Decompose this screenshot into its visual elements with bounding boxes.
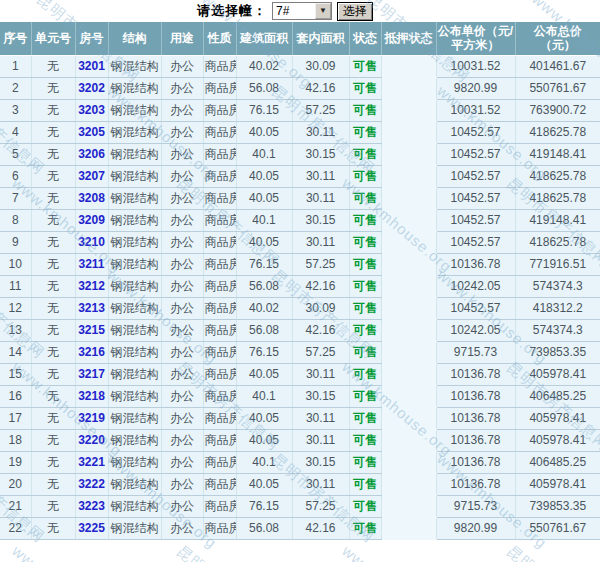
room-number-link[interactable]: 3217 xyxy=(78,367,105,381)
cell-room[interactable]: 3203 xyxy=(75,99,108,121)
cell-usage: 办公 xyxy=(161,473,203,495)
cell-room[interactable]: 3206 xyxy=(75,143,108,165)
cell-status: 可售 xyxy=(349,55,381,77)
room-number-link[interactable]: 3203 xyxy=(78,103,105,117)
cell-seq: 1 xyxy=(0,55,31,77)
cell-room[interactable]: 3223 xyxy=(75,495,108,517)
status-label: 可售 xyxy=(353,235,377,249)
cell-unit: 无 xyxy=(31,99,75,121)
cell-unit_price: 10452.57 xyxy=(436,231,515,253)
room-number-link[interactable]: 3223 xyxy=(78,499,105,513)
cell-structure: 钢混结构 xyxy=(108,407,161,429)
cell-room[interactable]: 3216 xyxy=(75,341,108,363)
cell-room[interactable]: 3217 xyxy=(75,363,108,385)
cell-room[interactable]: 3215 xyxy=(75,319,108,341)
cell-unit_price: 10136.78 xyxy=(436,473,515,495)
room-number-link[interactable]: 3215 xyxy=(78,323,105,337)
cell-room[interactable]: 3219 xyxy=(75,407,108,429)
column-header-status: 状态 xyxy=(349,22,381,55)
cell-seq: 19 xyxy=(0,451,31,473)
room-number-link[interactable]: 3212 xyxy=(78,279,105,293)
cell-room[interactable]: 3207 xyxy=(75,165,108,187)
status-label: 可售 xyxy=(353,81,377,95)
status-label: 可售 xyxy=(353,191,377,205)
cell-total_price: 406485.25 xyxy=(515,451,600,473)
choose-button[interactable]: 选择 xyxy=(337,2,373,21)
cell-room[interactable]: 3221 xyxy=(75,451,108,473)
cell-nature: 商品房 xyxy=(203,275,236,297)
cell-room[interactable]: 3209 xyxy=(75,209,108,231)
room-number-link[interactable]: 3210 xyxy=(78,235,105,249)
cell-total_price: 550761.67 xyxy=(515,517,600,539)
status-label: 可售 xyxy=(353,367,377,381)
room-number-link[interactable]: 3221 xyxy=(78,455,105,469)
room-number-link[interactable]: 3218 xyxy=(78,389,105,403)
status-label: 可售 xyxy=(353,103,377,117)
room-number-link[interactable]: 3225 xyxy=(78,521,105,535)
room-number-link[interactable]: 3205 xyxy=(78,125,105,139)
status-label: 可售 xyxy=(353,213,377,227)
room-number-link[interactable]: 3201 xyxy=(78,59,105,73)
building-select[interactable]: 7# ▼ xyxy=(272,2,332,20)
cell-total_price: 419148.41 xyxy=(515,143,600,165)
cell-total_price: 418625.78 xyxy=(515,121,600,143)
cell-unit_price: 9715.73 xyxy=(436,495,515,517)
room-number-link[interactable]: 3211 xyxy=(78,257,104,271)
cell-seq: 9 xyxy=(0,231,31,253)
cell-build_area: 40.05 xyxy=(236,363,292,385)
cell-seq: 13 xyxy=(0,319,31,341)
cell-inner_area: 30.11 xyxy=(292,187,349,209)
room-number-link[interactable]: 3216 xyxy=(78,345,105,359)
cell-usage: 办公 xyxy=(161,99,203,121)
cell-inner_area: 57.25 xyxy=(292,341,349,363)
room-number-link[interactable]: 3220 xyxy=(78,433,105,447)
cell-nature: 商品房 xyxy=(203,99,236,121)
table-row: 21无3223钢混结构办公商品房76.1557.25可售9715.7373985… xyxy=(0,495,600,517)
cell-nature: 商品房 xyxy=(203,209,236,231)
cell-unit: 无 xyxy=(31,297,75,319)
listing-table: 序号单元号房号结构用途性质建筑面积套内面积状态抵押状态公布单价（元/平方米）公布… xyxy=(0,22,600,540)
cell-seq: 15 xyxy=(0,363,31,385)
status-label: 可售 xyxy=(353,279,377,293)
cell-total_price: 405978.41 xyxy=(515,473,600,495)
cell-nature: 商品房 xyxy=(203,55,236,77)
cell-room[interactable]: 3202 xyxy=(75,77,108,99)
cell-nature: 商品房 xyxy=(203,517,236,539)
table-row: 7无3208钢混结构办公商品房40.0530.11可售10452.5741862… xyxy=(0,187,600,209)
cell-structure: 钢混结构 xyxy=(108,231,161,253)
table-row: 3无3203钢混结构办公商品房76.1557.25可售10031.5276390… xyxy=(0,99,600,121)
room-number-link[interactable]: 3222 xyxy=(78,477,105,491)
room-number-link[interactable]: 3207 xyxy=(78,169,105,183)
cell-room[interactable]: 3222 xyxy=(75,473,108,495)
cell-total_price: 418625.78 xyxy=(515,165,600,187)
cell-room[interactable]: 3218 xyxy=(75,385,108,407)
cell-mortgage xyxy=(381,363,436,385)
cell-room[interactable]: 3201 xyxy=(75,55,108,77)
room-number-link[interactable]: 3202 xyxy=(78,81,105,95)
cell-unit_price: 10136.78 xyxy=(436,451,515,473)
room-number-link[interactable]: 3219 xyxy=(78,411,105,425)
chevron-down-icon[interactable]: ▼ xyxy=(315,3,331,19)
cell-mortgage xyxy=(381,275,436,297)
cell-room[interactable]: 3211 xyxy=(75,253,108,275)
cell-unit: 无 xyxy=(31,143,75,165)
room-number-link[interactable]: 3208 xyxy=(78,191,105,205)
cell-room[interactable]: 3210 xyxy=(75,231,108,253)
cell-usage: 办公 xyxy=(161,495,203,517)
cell-mortgage xyxy=(381,473,436,495)
cell-room[interactable]: 3205 xyxy=(75,121,108,143)
table-row: 12无3213钢混结构办公商品房40.0230.09可售10452.574183… xyxy=(0,297,600,319)
room-number-link[interactable]: 3209 xyxy=(78,213,105,227)
cell-room[interactable]: 3225 xyxy=(75,517,108,539)
room-number-link[interactable]: 3206 xyxy=(78,147,105,161)
room-number-link[interactable]: 3213 xyxy=(78,301,105,315)
cell-build_area: 40.1 xyxy=(236,451,292,473)
cell-room[interactable]: 3208 xyxy=(75,187,108,209)
cell-room[interactable]: 3220 xyxy=(75,429,108,451)
cell-seq: 16 xyxy=(0,385,31,407)
cell-room[interactable]: 3212 xyxy=(75,275,108,297)
cell-inner_area: 30.15 xyxy=(292,209,349,231)
cell-room[interactable]: 3213 xyxy=(75,297,108,319)
cell-build_area: 40.05 xyxy=(236,407,292,429)
cell-unit: 无 xyxy=(31,231,75,253)
